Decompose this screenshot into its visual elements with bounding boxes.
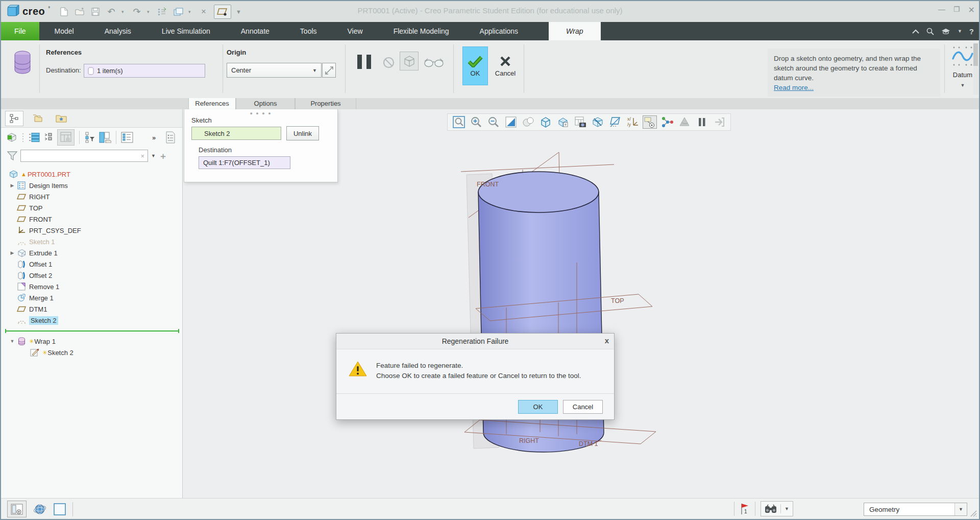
help-icon[interactable]: ? (969, 27, 974, 36)
datum-dropdown-icon[interactable]: ▼ (961, 83, 965, 88)
model-tree-tab[interactable] (5, 111, 23, 126)
tree-item-remove1[interactable]: Remove 1 (1, 281, 182, 292)
no-preview-icon[interactable] (383, 57, 395, 68)
ribbon-scrollbar[interactable] (973, 43, 978, 94)
tree-item-sketch2[interactable]: Sketch 2 (1, 315, 182, 326)
datum-display-icon[interactable] (608, 115, 622, 129)
panel-destination-collector[interactable]: Quilt 1:F7(OFFSET_1) (199, 156, 290, 169)
close-app-icon[interactable]: ✕ (968, 5, 975, 15)
tree-layout-icon[interactable] (99, 132, 111, 143)
insert-indicator[interactable] (5, 330, 179, 332)
toggle-tree-button[interactable] (7, 501, 27, 517)
learning-center-icon[interactable] (941, 28, 950, 35)
expand-arrow-icon[interactable]: ▶ (8, 183, 16, 188)
tab-applications[interactable]: Applications (464, 22, 534, 40)
window-arrange-icon[interactable] (173, 6, 184, 17)
tree-item-extrude1[interactable]: ▶ Extrude 1 (1, 247, 182, 258)
tab-tools[interactable]: Tools (285, 22, 332, 40)
maximize-icon[interactable]: ❐ (953, 5, 960, 15)
find-dropdown-icon[interactable]: ▼ (781, 506, 793, 511)
panel-grip-handle[interactable]: ● ● ● ● (184, 111, 337, 116)
tree-doc-settings-icon[interactable] (165, 131, 176, 144)
show-tree-icon[interactable] (6, 132, 17, 143)
tab-annotate[interactable]: Annotate (226, 22, 285, 40)
tab-model[interactable]: Model (39, 22, 89, 40)
tab-wrap[interactable]: Wrap (549, 22, 600, 40)
graphics-area[interactable]: FRONT TOP RIGHT DTM 1 x//y ● ● ● ● Ske (183, 109, 980, 498)
tree-item-design-items[interactable]: ▶ Design Items (1, 180, 182, 191)
pause-display-icon[interactable] (695, 115, 709, 129)
panel-tab-options[interactable]: Options (236, 98, 295, 109)
saved-orientations-icon[interactable] (556, 115, 570, 129)
sketch-collector[interactable]: Sketch 2 (191, 127, 281, 140)
regenerate-icon[interactable] (157, 6, 168, 17)
read-more-link[interactable]: Read more... (774, 84, 814, 91)
display-style-icon[interactable] (538, 115, 553, 129)
tree-columns-button[interactable] (57, 129, 75, 146)
pause-button[interactable] (357, 55, 371, 69)
qat-customize-dropdown-icon[interactable]: ▼ (236, 9, 241, 15)
panel-tab-properties[interactable]: Properties (295, 98, 356, 109)
funnel-icon[interactable] (7, 151, 17, 161)
zoom-out-icon[interactable] (486, 115, 501, 129)
view-manager-icon[interactable] (573, 115, 587, 129)
tree-item-dtm1[interactable]: DTM1 (1, 303, 182, 315)
learning-dropdown-icon[interactable]: ▼ (958, 29, 962, 34)
attached-preview-button[interactable] (400, 52, 419, 70)
save-icon[interactable] (90, 6, 101, 17)
command-search-icon[interactable] (926, 28, 934, 35)
add-filter-icon[interactable]: ＋ (159, 150, 167, 162)
tree-root-item[interactable]: ▲ PRT0001.PRT (1, 169, 182, 180)
minimize-ribbon-icon[interactable] (912, 29, 919, 34)
tree-settings-icon[interactable] (121, 132, 133, 143)
tab-flexible-modeling[interactable]: Flexible Modeling (378, 22, 464, 40)
origin-flip-button[interactable] (322, 63, 336, 78)
origin-combobox[interactable]: Center▼ (227, 63, 322, 78)
dialog-title-bar[interactable]: Regeneration Failure x (336, 334, 614, 349)
dialog-ok-button[interactable]: OK (518, 400, 558, 414)
tree-item-merge1[interactable]: Merge 1 (1, 292, 182, 303)
tab-view[interactable]: View (332, 22, 378, 40)
undo-icon[interactable]: ↶ (106, 6, 117, 17)
selection-filter-combobox[interactable]: Geometry ▼ (864, 503, 967, 516)
unlink-button[interactable]: Unlink (286, 126, 319, 140)
dialog-close-icon[interactable]: x (605, 336, 609, 345)
tree-item-csys[interactable]: PRT_CSYS_DEF (1, 225, 182, 236)
tree-item-right[interactable]: RIGHT (1, 191, 182, 202)
new-file-icon[interactable] (58, 6, 69, 17)
toolbar-overflow-icon[interactable]: » (152, 134, 156, 141)
tree-item-offset2[interactable]: Offset 2 (1, 270, 182, 281)
preview-glasses-icon[interactable] (424, 58, 444, 67)
spin-center-icon[interactable] (660, 115, 674, 129)
collapse-arrow-icon[interactable]: ▼ (8, 339, 16, 344)
panel-tab-references[interactable]: References (188, 98, 236, 109)
tree-item-top[interactable]: TOP (1, 202, 182, 214)
annotation-display-icon[interactable]: x//y (625, 115, 640, 129)
destination-collector[interactable]: 1 item(s) (84, 64, 205, 78)
ok-button[interactable]: OK (462, 46, 488, 85)
tab-analysis[interactable]: Analysis (89, 22, 146, 40)
close-window-icon[interactable]: × (198, 6, 209, 17)
tree-item-wrap-sketch2[interactable]: ✳ Sketch 2 (1, 347, 182, 358)
section-view-icon[interactable] (591, 115, 605, 129)
active-tool-button[interactable] (214, 5, 231, 19)
zoom-refit-icon[interactable] (452, 115, 466, 129)
redo-icon[interactable]: ↷ (131, 6, 142, 17)
tab-file[interactable]: File (1, 22, 39, 40)
repaint-icon[interactable] (504, 115, 518, 129)
resize-grip[interactable] (970, 510, 977, 517)
selection-filter-dropdown-icon[interactable]: ▼ (954, 503, 967, 515)
expand-arrow-icon[interactable]: ▶ (8, 250, 16, 255)
collapse-all-icon[interactable] (44, 132, 53, 143)
dialog-cancel-button[interactable]: Cancel (563, 400, 603, 414)
clear-search-icon[interactable]: × (140, 152, 144, 160)
zoom-in-icon[interactable] (469, 115, 483, 129)
tree-item-front[interactable]: FRONT (1, 214, 182, 225)
find-binoculars-icon[interactable] (761, 504, 781, 513)
tree-filter-icon[interactable] (84, 132, 94, 143)
3d-dragger-icon[interactable] (677, 115, 692, 129)
undo-dropdown-icon[interactable]: ▾ (121, 9, 127, 14)
minimize-icon[interactable]: — (938, 5, 945, 15)
failure-flag-button[interactable]: 1 (740, 503, 750, 515)
ribbon-scrollbar-thumb[interactable] (973, 43, 978, 66)
